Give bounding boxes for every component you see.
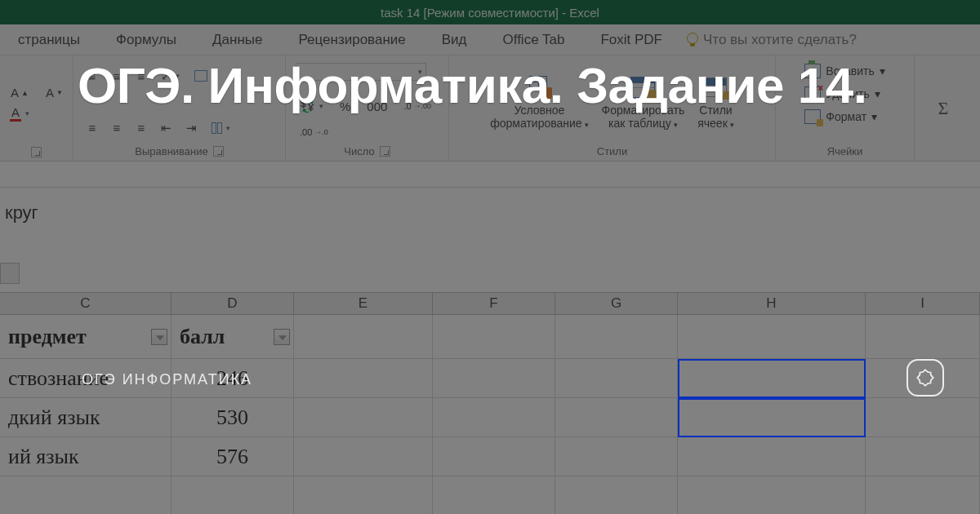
cell[interactable] (433, 359, 555, 398)
align-left-button[interactable]: ≡ (83, 119, 101, 137)
group-number-label: Число (344, 144, 390, 157)
insert-cells-button[interactable]: Вставить ▾ (804, 60, 884, 82)
align-bottom-button[interactable]: ≡ (132, 67, 150, 85)
col-header-g[interactable]: G (555, 293, 678, 314)
align-right-button[interactable]: ≡ (132, 119, 150, 137)
conditional-formatting-button[interactable]: Условное форматирование▾ (485, 71, 593, 133)
merge-cells-button[interactable]: ▾ (207, 119, 234, 137)
align-top-button[interactable]: ≡ (83, 67, 101, 85)
cell[interactable] (678, 315, 866, 359)
cell[interactable] (433, 437, 555, 476)
comma-format-button[interactable]: 000 (363, 97, 391, 115)
cell[interactable] (866, 476, 980, 514)
cell[interactable] (678, 437, 866, 476)
cell-styles-button[interactable]: Стили ячеек▾ (693, 71, 739, 133)
increase-decimal-button[interactable]: .0→.00 (399, 97, 435, 115)
percent-format-button[interactable]: % (336, 97, 354, 115)
cell[interactable] (866, 437, 980, 476)
filter-dropdown-icon[interactable] (278, 335, 287, 340)
tab-page-layout[interactable]: страницы (0, 24, 98, 55)
col-header-d[interactable]: D (172, 293, 294, 314)
filter-dropdown-icon[interactable] (156, 335, 164, 340)
cell[interactable] (555, 359, 678, 398)
font-color-button[interactable]: A▾ (6, 104, 33, 122)
cell[interactable] (433, 398, 555, 437)
group-cells-label: Ячейки (827, 144, 863, 157)
selected-range (678, 359, 866, 398)
cell[interactable]: ствознание (0, 359, 172, 398)
cell[interactable]: дкий язык (0, 398, 172, 437)
tab-formulas[interactable]: Формулы (98, 24, 194, 55)
cell[interactable] (433, 315, 555, 359)
decrease-indent-button[interactable]: ⇤ (157, 119, 176, 137)
cell[interactable] (555, 476, 678, 514)
decrease-decimal-button[interactable]: .00→.0 (296, 123, 332, 141)
format-as-table-icon (630, 77, 655, 98)
decrease-font-button[interactable]: A▼ (42, 84, 67, 102)
wrap-text-button[interactable] (190, 67, 212, 85)
col-header-h[interactable]: H (678, 293, 866, 314)
ribbon: A▲ A▾ A▼ ≡ ≡ ≡ ⤢▾ ≡ ≡ ≡ (0, 55, 980, 162)
increase-font-button[interactable]: A▲ (6, 84, 33, 102)
table-row: предмет балл (0, 315, 980, 359)
number-format-select[interactable]: ▾ (296, 63, 426, 81)
cell[interactable]: 576 (172, 437, 294, 476)
cell[interactable] (0, 476, 172, 514)
ribbon-tabs: страницы Формулы Данные Рецензирование В… (0, 24, 980, 55)
cell[interactable]: 246 (172, 359, 294, 398)
table-row: ий язык 576 (0, 437, 980, 476)
tell-me[interactable]: Что вы хотите сделать? (687, 32, 857, 48)
dialog-launcher-icon[interactable] (213, 146, 224, 157)
accounting-format-button[interactable]: 💱▾ (296, 97, 327, 115)
group-editing: Σ (915, 55, 972, 161)
col-header-e[interactable]: E (294, 293, 433, 314)
formula-bar[interactable] (0, 162, 980, 188)
col-header-c[interactable]: C (0, 293, 172, 314)
conditional-formatting-icon (526, 76, 552, 99)
cell[interactable] (555, 398, 678, 437)
row-header-fragment[interactable] (0, 263, 20, 284)
cell[interactable] (294, 359, 433, 398)
cell[interactable] (172, 476, 294, 514)
dialog-launcher-icon[interactable] (31, 147, 42, 157)
header-cell[interactable]: балл (172, 315, 294, 359)
insert-icon (804, 64, 821, 78)
align-middle-button[interactable]: ≡ (108, 67, 126, 85)
orientation-button[interactable]: ⤢▾ (157, 67, 184, 85)
col-header-f[interactable]: F (433, 293, 555, 314)
tab-view[interactable]: Вид (424, 24, 485, 55)
cell[interactable]: ий язык (0, 437, 172, 476)
group-font-label (31, 145, 42, 157)
cell[interactable] (433, 476, 555, 514)
cell[interactable] (294, 315, 433, 359)
align-center-button[interactable]: ≡ (108, 119, 126, 137)
cell[interactable]: 530 (172, 398, 294, 437)
cell[interactable] (678, 476, 866, 514)
delete-cells-button[interactable]: Удалить ▾ (804, 83, 880, 104)
cell[interactable] (866, 315, 980, 359)
group-alignment: ≡ ≡ ≡ ⤢▾ ≡ ≡ ≡ ⇤ ⇥ ▾ Выравнивание (74, 55, 286, 161)
group-styles-label: Стили (597, 144, 627, 157)
header-cell[interactable]: предмет (0, 315, 172, 359)
cell[interactable] (555, 437, 678, 476)
cell[interactable] (866, 398, 980, 437)
cell[interactable] (866, 359, 980, 398)
tab-officetab[interactable]: Office Tab (485, 24, 583, 55)
cell[interactable] (555, 315, 678, 359)
autosum-button[interactable]: Σ (933, 95, 954, 122)
dialog-launcher-icon[interactable] (380, 146, 390, 157)
table-row (0, 476, 980, 514)
group-number: ▾ 💱▾ % 000 .0→.00 .00→.0 Число (286, 55, 449, 161)
tab-review[interactable]: Рецензирование (280, 24, 423, 55)
col-header-i[interactable]: I (866, 293, 980, 314)
increase-indent-button[interactable]: ⇥ (182, 119, 201, 137)
format-cells-button[interactable]: Формат ▾ (804, 106, 877, 127)
selected-range (678, 398, 866, 437)
format-as-table-button[interactable]: Форматировать как таблицу▾ (597, 71, 690, 133)
tab-foxit[interactable]: Foxit PDF (582, 24, 680, 55)
cell[interactable] (294, 398, 433, 437)
tell-me-label: Что вы хотите сделать? (703, 32, 857, 48)
cell[interactable] (294, 437, 433, 476)
cell[interactable] (294, 476, 433, 514)
tab-data[interactable]: Данные (194, 24, 280, 55)
